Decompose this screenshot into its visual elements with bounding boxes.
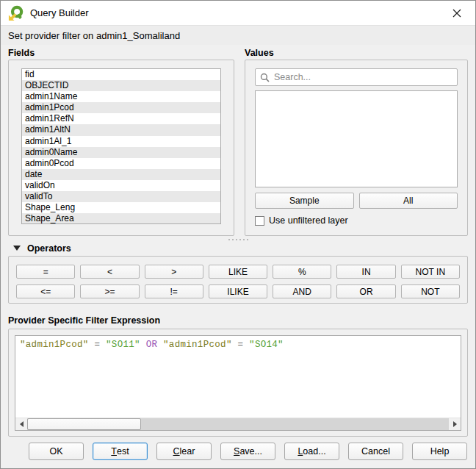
operators-row-1: =<>LIKE%INNOT IN bbox=[16, 265, 460, 279]
scroll-right-button[interactable] bbox=[449, 418, 461, 430]
ok-button[interactable]: OK bbox=[29, 443, 84, 460]
query-builder-dialog: Query Builder Set provider filter on adm… bbox=[0, 0, 476, 469]
expression-token-field: "admin1Pcod" bbox=[163, 340, 232, 350]
qgis-logo-icon bbox=[8, 5, 24, 21]
operators-groupbox: =<>LIKE%INNOT IN <=>=!=ILIKEANDORNOT bbox=[8, 256, 468, 304]
operator-button-not[interactable]: NOT bbox=[401, 284, 460, 298]
values-buttons-row: Sample All bbox=[255, 193, 458, 209]
search-icon bbox=[260, 73, 270, 82]
use-unfiltered-label: Use unfiltered layer bbox=[269, 215, 348, 226]
expression-token-string: "SO11" bbox=[106, 340, 140, 350]
use-unfiltered-checkbox[interactable] bbox=[255, 216, 264, 226]
close-button[interactable] bbox=[444, 3, 469, 24]
field-item-admin1Al_1[interactable]: admin1Al_1 bbox=[22, 136, 220, 147]
operators-header[interactable]: Operators bbox=[1, 243, 475, 256]
field-item-fid[interactable]: fid bbox=[22, 69, 220, 80]
operator-button-like[interactable]: LIKE bbox=[209, 265, 267, 279]
sample-button[interactable]: Sample bbox=[255, 193, 354, 209]
expression-token-keyword: OR bbox=[140, 340, 163, 350]
values-groupbox: Search... Sample All Use unfiltered laye… bbox=[245, 60, 468, 236]
expression-groupbox: "admin1Pcod" = "SO11" OR "admin1Pcod" = … bbox=[8, 329, 468, 437]
help-button[interactable]: Help bbox=[412, 443, 467, 460]
search-placeholder: Search... bbox=[274, 72, 311, 82]
operator-button-<[interactable]: < bbox=[80, 265, 139, 279]
field-item-Shape_Area[interactable]: Shape_Area bbox=[22, 213, 220, 224]
field-item-Shape_Leng[interactable]: Shape_Leng bbox=[22, 202, 220, 213]
operator-button->[interactable]: > bbox=[145, 265, 203, 279]
horizontal-scrollbar[interactable] bbox=[15, 418, 461, 430]
operator-button-%[interactable]: % bbox=[273, 265, 331, 279]
use-unfiltered-row: Use unfiltered layer bbox=[255, 215, 458, 226]
top-panes: fidOBJECTIDadmin1Nameadmin1Pcodadmin1Ref… bbox=[1, 60, 475, 236]
expression-token-op: = bbox=[89, 340, 106, 350]
cancel-button[interactable]: Cancel bbox=[348, 443, 403, 460]
expression-label-row: Provider Specific Filter Expression bbox=[1, 304, 475, 329]
field-item-admin0Name[interactable]: admin0Name bbox=[22, 147, 220, 158]
provider-filter-caption: Set provider filter on admin1_Somaliland bbox=[8, 30, 180, 41]
values-list[interactable] bbox=[255, 90, 458, 187]
pane-labels: Fields Values bbox=[1, 45, 475, 60]
subtitle-bar: Set provider filter on admin1_Somaliland bbox=[1, 25, 475, 45]
scroll-left-button[interactable] bbox=[15, 418, 27, 430]
field-item-admin1RefN[interactable]: admin1RefN bbox=[22, 113, 220, 124]
operator-button->=[interactable]: >= bbox=[80, 284, 139, 298]
save-button[interactable]: Save... bbox=[220, 443, 275, 460]
collapse-arrow-icon bbox=[13, 246, 21, 251]
splitter-handle[interactable] bbox=[1, 236, 475, 243]
operator-button-and[interactable]: AND bbox=[273, 284, 331, 298]
field-item-validOn[interactable]: validOn bbox=[22, 180, 220, 191]
field-item-admin0Pcod[interactable]: admin0Pcod bbox=[22, 158, 220, 169]
expression-token-field: "admin1Pcod" bbox=[20, 340, 89, 350]
field-item-validTo[interactable]: validTo bbox=[22, 191, 220, 202]
expression-text[interactable]: "admin1Pcod" = "SO11" OR "admin1Pcod" = … bbox=[15, 336, 461, 418]
expression-label: Provider Specific Filter Expression bbox=[8, 315, 160, 326]
all-button[interactable]: All bbox=[359, 193, 458, 209]
window-title: Query Builder bbox=[30, 7, 88, 18]
field-item-admin1Pcod[interactable]: admin1Pcod bbox=[22, 102, 220, 113]
operator-button-not-in[interactable]: NOT IN bbox=[401, 265, 460, 279]
operators-label: Operators bbox=[27, 243, 71, 254]
operator-button-ilike[interactable]: ILIKE bbox=[209, 284, 267, 298]
expression-token-op: = bbox=[232, 340, 249, 350]
field-item-date[interactable]: date bbox=[22, 169, 220, 180]
scrollbar-track[interactable] bbox=[141, 418, 449, 430]
fields-groupbox: fidOBJECTIDadmin1Nameadmin1Pcodadmin1Ref… bbox=[8, 60, 234, 236]
operator-button-in[interactable]: IN bbox=[336, 265, 395, 279]
scroll-left-icon bbox=[20, 421, 24, 427]
operators-row-2: <=>=!=ILIKEANDORNOT bbox=[16, 284, 460, 298]
close-icon bbox=[452, 8, 462, 18]
fields-label: Fields bbox=[8, 48, 245, 58]
fields-list[interactable]: fidOBJECTIDadmin1Nameadmin1Pcodadmin1Ref… bbox=[21, 68, 221, 224]
scrollbar-thumb[interactable] bbox=[27, 418, 141, 430]
dialog-button-box: OKTestClearSave...Load...CancelHelp bbox=[1, 437, 475, 468]
field-item-admin1Name[interactable]: admin1Name bbox=[22, 91, 220, 102]
load-button[interactable]: Load... bbox=[284, 443, 339, 460]
field-item-OBJECTID[interactable]: OBJECTID bbox=[22, 80, 220, 91]
scroll-right-icon bbox=[453, 421, 457, 427]
operator-button-!=[interactable]: != bbox=[145, 284, 203, 298]
operator-button-=[interactable]: = bbox=[16, 265, 75, 279]
operator-button-<=[interactable]: <= bbox=[16, 284, 75, 298]
test-button[interactable]: Test bbox=[93, 443, 148, 460]
expression-token-string: "SO14" bbox=[249, 340, 284, 350]
values-search-input[interactable]: Search... bbox=[255, 68, 458, 86]
values-label: Values bbox=[245, 48, 274, 58]
title-bar: Query Builder bbox=[1, 1, 475, 25]
expression-editor[interactable]: "admin1Pcod" = "SO11" OR "admin1Pcod" = … bbox=[15, 335, 461, 431]
clear-button[interactable]: Clear bbox=[156, 443, 212, 460]
operator-button-or[interactable]: OR bbox=[336, 284, 395, 298]
field-item-admin1AltN[interactable]: admin1AltN bbox=[22, 124, 220, 135]
